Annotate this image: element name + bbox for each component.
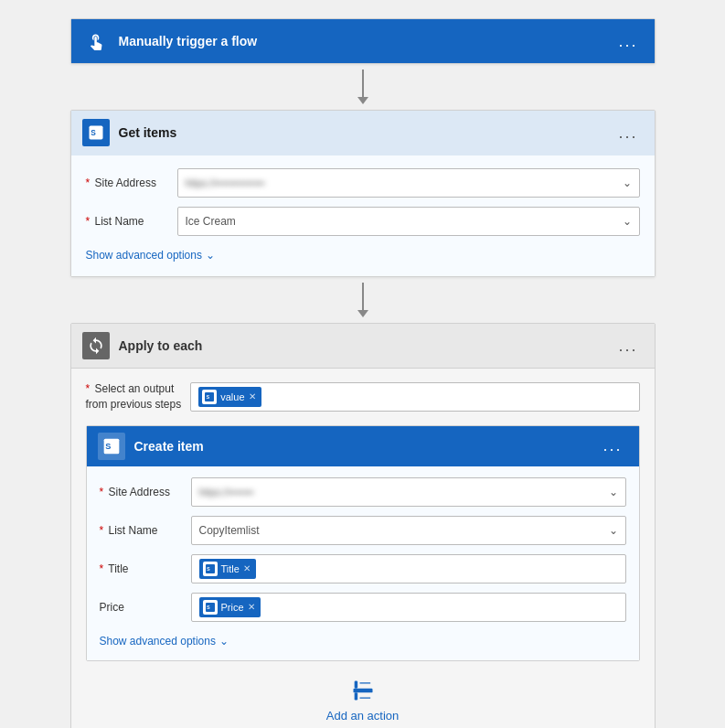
list-name-input[interactable]: Ice Cream ⌄ — [177, 207, 640, 236]
select-output-field[interactable]: S value ✕ — [190, 382, 639, 412]
arrow-head-2 — [357, 310, 368, 317]
site-address-value: https://•••••••••••••• — [186, 177, 615, 188]
apply-body: * Select an outputfrom previous steps S — [71, 368, 655, 728]
create-item-card: S Create item ... * Site Address — [86, 425, 640, 661]
select-output-label: * Select an outputfrom previous steps — [86, 381, 182, 412]
create-item-body: * Site Address https://••••••• ⌄ * — [87, 466, 639, 660]
list-name-row: * List Name Ice Cream ⌄ — [86, 207, 640, 236]
svg-rect-11 — [354, 680, 357, 688]
create-site-address-row: * Site Address https://••••••• ⌄ — [100, 477, 626, 507]
get-items-card: S Get items ... * Site Address https://•… — [70, 110, 656, 277]
arrow-head — [357, 97, 368, 104]
svg-text:S: S — [105, 442, 111, 451]
create-site-address-arrow[interactable]: ⌄ — [609, 486, 618, 498]
create-list-name-row: * List Name CopyItemlist ⌄ — [100, 516, 626, 545]
trigger-card: Manually trigger a flow ... — [70, 18, 656, 64]
required-star-2: * — [86, 215, 91, 228]
title-tag: S Title ✕ — [199, 559, 256, 579]
value-tag-sp-icon: S — [204, 391, 215, 402]
value-tag-icon: S — [202, 390, 217, 404]
svg-text:S: S — [207, 394, 210, 400]
create-site-address-value: https://••••••• — [199, 487, 602, 498]
trigger-menu-button[interactable]: ... — [613, 28, 643, 55]
svg-text:S: S — [91, 128, 96, 137]
create-site-address-input[interactable]: https://••••••• ⌄ — [191, 477, 626, 507]
arrow-line — [362, 70, 364, 97]
site-address-dropdown-arrow[interactable]: ⌄ — [623, 177, 632, 189]
create-list-name-arrow[interactable]: ⌄ — [609, 524, 618, 537]
create-price-row: Price S Price — [100, 593, 626, 622]
title-tag-remove[interactable]: ✕ — [243, 563, 251, 573]
create-item-title: Create item — [134, 439, 598, 454]
value-tag-remove[interactable]: ✕ — [249, 391, 256, 401]
price-tag: S Price ✕ — [199, 597, 261, 617]
site-address-label: * Site Address — [86, 177, 177, 189]
create-item-header: S Create item ... — [87, 426, 639, 466]
chevron-down-icon-2: ⌄ — [219, 635, 229, 648]
create-item-menu-button[interactable]: ... — [597, 433, 627, 459]
get-items-menu-button[interactable]: ... — [613, 120, 643, 146]
get-items-icon: S — [82, 119, 110, 146]
svg-rect-12 — [354, 692, 357, 700]
svg-rect-10 — [353, 688, 372, 692]
price-tag-remove[interactable]: ✕ — [248, 602, 255, 612]
site-address-row: * Site Address https://•••••••••••••• ⌄ — [86, 168, 640, 198]
required-star-1: * — [86, 177, 91, 189]
title-tag-icon: S — [203, 562, 218, 576]
loop-svg — [87, 337, 105, 355]
chevron-down-icon-1: ⌄ — [206, 249, 215, 262]
apply-title: Apply to each — [119, 338, 613, 353]
connector-2 — [357, 277, 368, 323]
trigger-icon — [82, 27, 110, 55]
create-title-input[interactable]: S Title ✕ — [191, 554, 626, 583]
create-price-label: Price — [100, 601, 191, 614]
list-name-value: Ice Cream — [186, 215, 615, 228]
create-list-name-value: CopyItemlist — [199, 524, 602, 537]
show-advanced-button-2[interactable]: Show advanced options ⌄ — [100, 631, 626, 653]
title-tag-sp-icon: S — [205, 563, 216, 574]
apply-outer: Apply to each ... * Select an outputfrom… — [70, 323, 656, 728]
apply-to-each-card: Apply to each ... * Select an outputfrom… — [70, 323, 656, 728]
svg-text:S: S — [207, 566, 210, 572]
price-tag-icon: S — [203, 600, 218, 615]
required-star-3: * — [86, 382, 91, 395]
create-item-icon: S — [98, 433, 125, 460]
list-name-label: * List Name — [86, 215, 177, 228]
apply-header: Apply to each ... — [71, 324, 655, 368]
get-items-title: Get items — [119, 125, 613, 140]
trigger-header: Manually trigger a flow ... — [71, 19, 655, 63]
trigger-title: Manually trigger a flow — [119, 34, 613, 48]
apply-menu-button[interactable]: ... — [613, 333, 643, 359]
select-output-row: * Select an outputfrom previous steps S — [86, 381, 640, 412]
create-title-row: * Title S — [100, 554, 626, 583]
create-title-label: * Title — [100, 562, 191, 575]
create-site-address-label: * Site Address — [100, 486, 191, 498]
site-address-input[interactable]: https://•••••••••••••• ⌄ — [177, 168, 640, 198]
create-list-name-label: * List Name — [100, 524, 191, 537]
arrow-line-2 — [362, 283, 364, 310]
add-action-button[interactable]: Add an action — [86, 669, 640, 728]
sharepoint-icon-1: S — [87, 123, 105, 142]
get-items-header: S Get items ... — [71, 111, 655, 155]
create-item-sp-icon: S — [102, 437, 121, 455]
create-price-input[interactable]: S Price ✕ — [191, 593, 626, 622]
show-advanced-button-1[interactable]: Show advanced options ⌄ — [86, 245, 640, 267]
value-tag: S value ✕ — [198, 387, 261, 407]
get-items-body: * Site Address https://•••••••••••••• ⌄ … — [71, 155, 655, 276]
connector-1 — [357, 64, 368, 110]
trigger-svg — [87, 32, 105, 50]
svg-text:S: S — [207, 605, 210, 610]
price-tag-sp-icon: S — [205, 602, 216, 613]
create-list-name-input[interactable]: CopyItemlist ⌄ — [191, 516, 626, 545]
apply-icon — [82, 332, 110, 359]
list-name-dropdown-arrow[interactable]: ⌄ — [623, 215, 632, 228]
add-action-icon — [350, 678, 376, 703]
add-action-label: Add an action — [326, 709, 400, 723]
